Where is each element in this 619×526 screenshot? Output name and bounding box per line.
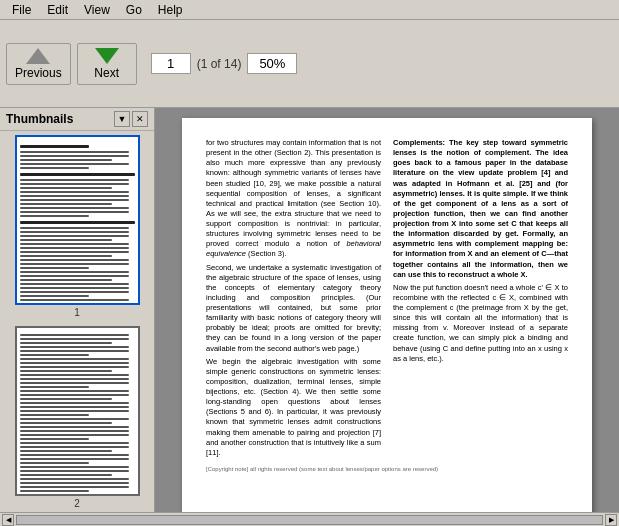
h-scroll-track[interactable]	[16, 515, 603, 525]
menubar: File Edit View Go Help	[0, 0, 619, 20]
menu-edit[interactable]: Edit	[39, 1, 76, 19]
menu-go[interactable]: Go	[118, 1, 150, 19]
thumbnail-img-1	[15, 135, 140, 305]
next-icon	[95, 48, 119, 64]
bottom-scrollbar: ◀ ▶	[0, 512, 619, 526]
sidebar-header: Thumbnails ▼ ✕	[0, 108, 154, 131]
page-input[interactable]	[151, 53, 191, 74]
thumbnail-area[interactable]: 1	[0, 131, 154, 512]
menu-help[interactable]: Help	[150, 1, 191, 19]
sidebar-dropdown[interactable]: ▼	[114, 111, 130, 127]
previous-label: Previous	[15, 66, 62, 80]
menu-file[interactable]: File	[4, 1, 39, 19]
pdf-page-1: for two structures may contain informati…	[182, 118, 592, 512]
scroll-left-arrow[interactable]: ◀	[2, 514, 14, 526]
thumbnail-page-2[interactable]: 2	[4, 326, 150, 509]
toolbar: Previous Next (1 of 14)	[0, 20, 619, 108]
pdf-viewer[interactable]: for two structures may contain informati…	[155, 108, 619, 512]
thumbnail-page-1[interactable]: 1	[4, 135, 150, 318]
scroll-right-arrow[interactable]: ▶	[605, 514, 617, 526]
previous-button[interactable]: Previous	[6, 43, 71, 85]
previous-icon	[26, 48, 50, 64]
next-label: Next	[94, 66, 119, 80]
sidebar-controls: ▼ ✕	[114, 111, 148, 127]
sidebar: Thumbnails ▼ ✕	[0, 108, 155, 512]
pdf-copyright-1: [Copyright note] all rights reserved (so…	[206, 465, 568, 473]
menu-view[interactable]: View	[76, 1, 118, 19]
page-info: (1 of 14)	[197, 57, 242, 71]
zoom-input[interactable]	[247, 53, 297, 74]
thumbnail-img-2	[15, 326, 140, 496]
thumbnail-label-1: 1	[74, 307, 80, 318]
sidebar-title: Thumbnails	[6, 112, 73, 126]
sidebar-close[interactable]: ✕	[132, 111, 148, 127]
page-controls: (1 of 14)	[151, 53, 298, 74]
thumbnail-label-2: 2	[74, 498, 80, 509]
main-area: Thumbnails ▼ ✕	[0, 108, 619, 512]
next-button[interactable]: Next	[77, 43, 137, 85]
